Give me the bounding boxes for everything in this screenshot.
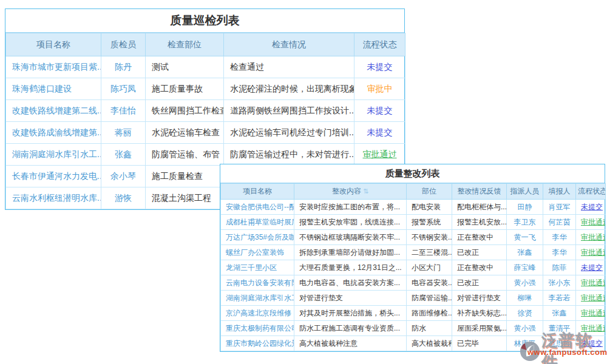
col-header-filler: 填报人 xyxy=(543,184,576,200)
cell-project[interactable]: 云南水利枢纽潜明水库... xyxy=(6,187,101,209)
cell-project[interactable]: 万达广场35#会所及咖啡厅空... xyxy=(221,230,294,245)
col-header-project: 项目名称 xyxy=(221,184,294,200)
cell-feedback: 正在整改中 xyxy=(452,230,507,245)
status-badge: 未提交 xyxy=(367,106,393,115)
sort-icon[interactable]: ⇅ xyxy=(363,187,368,195)
status-badge[interactable]: 审批通过 xyxy=(581,233,606,241)
cell-assignee[interactable]: 李卫东 xyxy=(507,215,543,230)
col-header-feedback: 整改情况反馈 xyxy=(452,184,507,200)
cell-part: 报警系统 xyxy=(407,215,452,230)
status-badge[interactable]: 审批通过 xyxy=(581,294,606,302)
cell-filler[interactable]: 范思哲 xyxy=(543,336,576,351)
cell-filler[interactable]: 何芷茵 xyxy=(543,215,576,230)
col-header-content[interactable]: 整改内容⇅ xyxy=(294,184,407,200)
cell-part: 铁丝网围挡工作检查 xyxy=(146,100,224,122)
status-badge[interactable]: 审批通过 xyxy=(581,309,606,317)
cell-inspector[interactable]: 游恢 xyxy=(101,187,146,209)
cell-project[interactable]: 湖南洞庭湖水库引水工程施工标 xyxy=(221,291,294,306)
cell-content: 安装时应按施工图的布置，将... xyxy=(294,200,407,215)
rectification-table-header: 项目名称整改内容⇅部位整改情况反馈指派人员填报人流程状态 xyxy=(221,184,606,200)
inspection-table-header: 项目名称质检员检查部位检查情况流程状态 xyxy=(6,33,405,56)
cell-part: 施工质量事故 xyxy=(146,78,224,100)
cell-assignee[interactable]: 黄一飞 xyxy=(507,230,543,245)
status-badge[interactable]: 审批通过 xyxy=(363,149,397,159)
status-badge: 未提交 xyxy=(367,127,393,137)
cell-project[interactable]: 龙湖三千里小区 xyxy=(221,260,294,275)
cell-project[interactable]: 重庆太极制药有限公司亳州中... xyxy=(221,321,294,336)
cell-status: 未提交 xyxy=(576,336,606,351)
rectification-table-body: 安徽合肥供电公司--配电设备...安装时应按施工图的布置，将...配电安装配电柜… xyxy=(221,200,606,351)
cell-status: 审批通过 xyxy=(354,144,405,166)
cell-situation: 道路两侧铁丝网围挡工作按设计... xyxy=(224,100,354,122)
col-header-part: 部位 xyxy=(407,184,452,200)
cell-project[interactable]: 珠海鹤港口建设 xyxy=(6,78,101,100)
cell-inspector[interactable]: 蒋丽 xyxy=(101,122,146,144)
cell-assignee[interactable]: 林康平 xyxy=(507,336,543,351)
cell-situation: 检查通过 xyxy=(224,56,354,78)
cell-status: 审批中 xyxy=(354,78,405,100)
cell-status: 未提交 xyxy=(576,260,606,275)
cell-assignee[interactable]: 黄小强 xyxy=(507,321,543,336)
status-badge[interactable]: 未提交 xyxy=(581,203,603,211)
cell-filler[interactable]: 张鑫 xyxy=(543,306,576,321)
table-row: 珠海市城市更新项目紫...陈丹测试检查通过未提交 xyxy=(6,56,405,78)
cell-project[interactable]: 京沪高速北京段维修 xyxy=(221,306,294,321)
cell-inspector[interactable]: 余小琴 xyxy=(101,166,146,187)
cell-project[interactable]: 重庆市鹅岭公园绿化景观提升... xyxy=(221,336,294,351)
status-badge[interactable]: 未提交 xyxy=(581,263,603,272)
cell-assignee[interactable]: 薛宝峰 xyxy=(507,260,543,275)
table-row: 重庆太极制药有限公司亳州中...防水工程施工选调有专业资质...防水屋面采用聚氨… xyxy=(221,321,606,336)
cell-project[interactable]: 成都杜甫草堂临时展厅独立展... xyxy=(221,215,294,230)
quality-rectification-panel: 质量整改列表 项目名称整改内容⇅部位整改情况反馈指派人员填报人流程状态 安徽合肥… xyxy=(220,164,605,352)
cell-assignee[interactable]: 徐贤 xyxy=(507,306,543,321)
cell-inspector[interactable]: 陈巧凤 xyxy=(101,78,146,100)
cell-status: 未提交 xyxy=(576,200,606,215)
cell-project[interactable]: 云南电力设备安装有限公司20... xyxy=(221,275,294,291)
cell-filler[interactable]: 董清平 xyxy=(543,321,576,336)
col-header-inspector: 质检员 xyxy=(101,33,146,56)
cell-content: 高大植被栽种注意 xyxy=(294,336,407,351)
cell-project[interactable]: 改建铁路成渝线增建第... xyxy=(6,122,101,144)
cell-status: 未提交 xyxy=(354,100,405,122)
cell-content: 电力电容器、电抗器安装方案... xyxy=(294,275,407,291)
cell-filler[interactable]: 陈菲 xyxy=(543,260,576,275)
cell-filler[interactable]: 李华 xyxy=(543,245,576,260)
cell-part: 施工质量检查 xyxy=(146,166,224,187)
cell-status: 审批通过 xyxy=(576,306,606,321)
status-badge[interactable]: 审批通过 xyxy=(581,248,606,257)
status-badge[interactable]: 审批通过 xyxy=(581,324,606,332)
cell-filler[interactable]: 李若若 xyxy=(543,291,576,306)
cell-project[interactable]: 安徽合肥供电公司--配电设备... xyxy=(221,200,294,215)
status-badge[interactable]: 未提交 xyxy=(581,339,603,348)
cell-filler[interactable]: 李华 xyxy=(543,230,576,245)
status-badge[interactable]: 审批通过 xyxy=(581,218,606,226)
cell-assignee[interactable]: 柳琳 xyxy=(507,291,543,306)
cell-project[interactable]: 长春市伊通河水力发电... xyxy=(6,166,101,187)
table-row: 云南电力设备安装有限公司20...电力电容器、电抗器安装方案...电容器安装..… xyxy=(221,275,606,291)
cell-feedback: 正在整改中 xyxy=(452,260,507,275)
cell-project[interactable]: 螺丝厂办公室装饰 xyxy=(221,245,294,260)
cell-filler[interactable]: 肖亚军 xyxy=(543,200,576,215)
cell-situation: 水泥砼运输车司机经过专门培训... xyxy=(224,122,354,144)
cell-content: 拆除到承重墙部分请做好加固... xyxy=(294,245,407,260)
cell-project[interactable]: 改建铁路线增建第二线... xyxy=(6,100,101,122)
cell-assignee[interactable]: 田静 xyxy=(507,200,543,215)
rectification-table: 项目名称整改内容⇅部位整改情况反馈指派人员填报人流程状态 安徽合肥供电公司--配… xyxy=(220,183,606,351)
cell-filler[interactable]: 张小东 xyxy=(543,275,576,291)
cell-inspector[interactable]: 陈丹 xyxy=(101,56,146,78)
cell-part: 防腐管运输、布管 xyxy=(146,144,224,166)
cell-inspector[interactable]: 张鑫 xyxy=(101,144,146,166)
cell-part: 不锈钢安装... xyxy=(407,230,452,245)
header-row: 项目名称质检员检查部位检查情况流程状态 xyxy=(6,33,405,56)
cell-project[interactable]: 湖南洞庭湖水库引水工... xyxy=(6,144,101,166)
cell-project[interactable]: 珠海市城市更新项目紫... xyxy=(6,56,101,78)
status-badge[interactable]: 审批通过 xyxy=(581,278,606,287)
cell-assignee[interactable]: 张鑫 xyxy=(507,245,543,260)
cell-part: 防腐管运输... xyxy=(407,291,452,306)
col-header-status: 流程状态 xyxy=(354,33,405,56)
cell-part: 配电安装 xyxy=(407,200,452,215)
cell-status: 审批通过 xyxy=(576,291,606,306)
cell-inspector[interactable]: 李佳怡 xyxy=(101,100,146,122)
table-row: 螺丝厂办公室装饰拆除到承重墙部分请做好加固...二至三楼混...已改正张鑫李华审… xyxy=(221,245,606,260)
cell-assignee[interactable]: 黄小强 xyxy=(507,275,543,291)
